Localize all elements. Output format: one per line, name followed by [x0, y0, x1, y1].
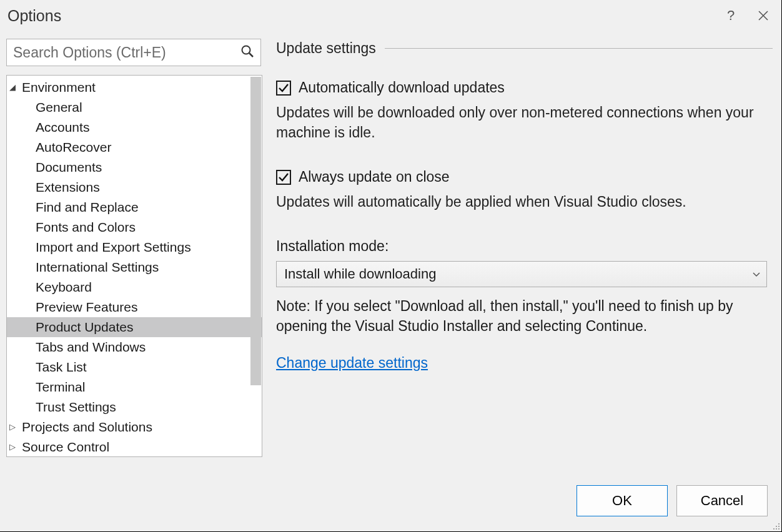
svg-point-3: [778, 526, 780, 527]
triangle-down-icon: ◢: [9, 77, 21, 97]
options-tree[interactable]: ◢EnvironmentGeneralAccountsAutoRecoverDo…: [6, 75, 262, 457]
tree-item-product-updates[interactable]: Product Updates: [7, 317, 262, 337]
tree-item-find-and-replace[interactable]: Find and Replace: [7, 197, 262, 217]
tree-item-label: Documents: [36, 157, 102, 177]
auto-download-label: Automatically download updates: [299, 79, 505, 96]
tree-item-label: Extensions: [36, 177, 100, 197]
tree-item-environment[interactable]: ◢Environment: [7, 77, 262, 97]
tree-item-label: Terminal: [36, 377, 85, 397]
search-input[interactable]: [13, 44, 240, 61]
cancel-button[interactable]: Cancel: [676, 485, 768, 516]
tree-item-label: AutoRecover: [36, 137, 111, 157]
tree-item-projects-and-solutions[interactable]: ▷Projects and Solutions: [7, 417, 262, 437]
tree-item-import-and-export-settings[interactable]: Import and Export Settings: [7, 237, 262, 257]
chevron-down-icon: [753, 269, 760, 279]
settings-panel: Update settings Automatically download u…: [276, 39, 773, 468]
close-icon[interactable]: [749, 1, 778, 30]
checkbox-icon: [276, 170, 291, 185]
tree-item-terminal[interactable]: Terminal: [7, 377, 262, 397]
section-title: Update settings: [276, 40, 376, 57]
svg-point-5: [776, 528, 777, 530]
tree-item-label: Fonts and Colors: [36, 217, 136, 237]
tree-item-extensions[interactable]: Extensions: [7, 177, 262, 197]
search-options[interactable]: [6, 39, 261, 66]
svg-point-1: [778, 523, 780, 525]
install-mode-label: Installation mode:: [276, 238, 773, 255]
tree-item-label: Source Control: [22, 437, 109, 457]
install-mode-combobox[interactable]: Install while downloading: [276, 261, 767, 287]
tree-item-label: Find and Replace: [36, 197, 139, 217]
update-on-close-checkbox[interactable]: Always update on close: [276, 169, 773, 185]
auto-download-desc: Updates will be downloaded only over non…: [276, 102, 757, 142]
resize-grip-icon[interactable]: [771, 521, 780, 530]
ok-button[interactable]: OK: [577, 485, 668, 516]
tree-item-autorecover[interactable]: AutoRecover: [7, 137, 262, 157]
search-icon: [240, 44, 254, 61]
tree-item-tabs-and-windows[interactable]: Tabs and Windows: [7, 337, 262, 357]
auto-download-checkbox[interactable]: Automatically download updates: [276, 79, 773, 96]
update-on-close-desc: Updates will automatically be applied wh…: [276, 192, 757, 212]
tree-item-label: International Settings: [36, 257, 159, 277]
tree-item-documents[interactable]: Documents: [7, 157, 262, 177]
svg-point-2: [776, 526, 777, 527]
checkbox-icon: [276, 81, 291, 96]
change-update-settings-link[interactable]: Change update settings: [276, 355, 428, 372]
tree-item-label: Trust Settings: [36, 397, 116, 417]
window-title: Options: [7, 7, 61, 25]
tree-item-label: General: [36, 97, 82, 117]
svg-point-0: [242, 46, 250, 54]
tree-scrollbar[interactable]: [250, 77, 261, 385]
install-mode-note: Note: If you select "Download all, then …: [276, 296, 767, 336]
tree-item-label: Product Updates: [36, 317, 133, 337]
tree-item-preview-features[interactable]: Preview Features: [7, 297, 262, 317]
tree-item-label: Preview Features: [36, 297, 137, 317]
section-divider: [385, 48, 773, 49]
tree-item-label: Import and Export Settings: [36, 237, 191, 257]
tree-item-label: Tabs and Windows: [36, 337, 146, 357]
title-bar: Options ?: [0, 0, 781, 31]
tree-item-fonts-and-colors[interactable]: Fonts and Colors: [7, 217, 262, 237]
tree-item-label: Environment: [22, 77, 96, 97]
tree-item-international-settings[interactable]: International Settings: [7, 257, 262, 277]
tree-item-keyboard[interactable]: Keyboard: [7, 277, 262, 297]
triangle-right-icon: ▷: [9, 417, 21, 437]
tree-item-source-control[interactable]: ▷Source Control: [7, 437, 262, 457]
install-mode-value: Install while downloading: [284, 266, 436, 282]
tree-item-trust-settings[interactable]: Trust Settings: [7, 397, 262, 417]
tree-item-label: Accounts: [36, 117, 89, 137]
tree-item-accounts[interactable]: Accounts: [7, 117, 262, 137]
update-on-close-label: Always update on close: [299, 169, 450, 185]
triangle-right-icon: ▷: [9, 437, 21, 457]
tree-item-label: Keyboard: [36, 277, 92, 297]
tree-item-general[interactable]: General: [7, 97, 262, 117]
svg-point-6: [778, 528, 780, 530]
tree-item-task-list[interactable]: Task List: [7, 357, 262, 377]
tree-item-label: Projects and Solutions: [22, 417, 152, 437]
svg-point-4: [773, 528, 775, 530]
tree-item-label: Task List: [36, 357, 87, 377]
help-icon[interactable]: ?: [716, 1, 745, 30]
